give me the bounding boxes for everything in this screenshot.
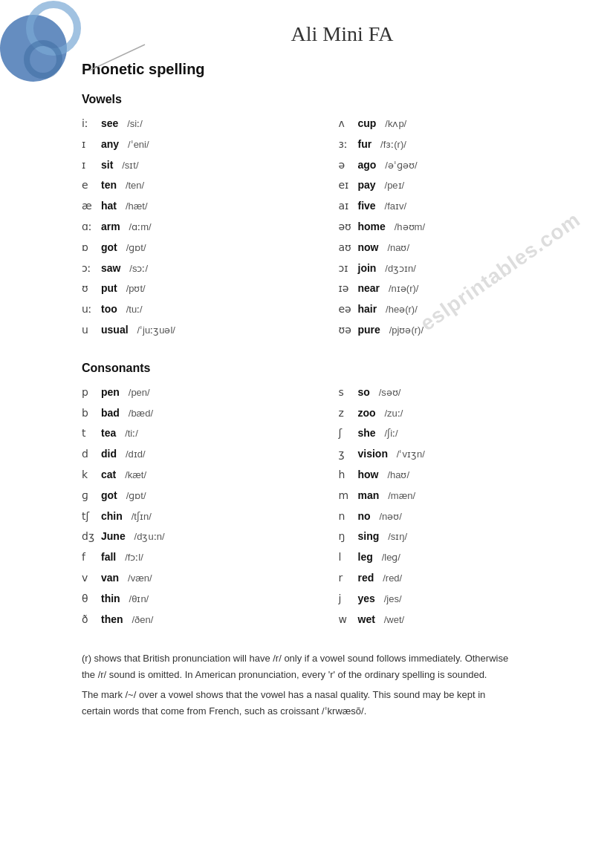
phonetic-row: ʌcup /kʌp/: [339, 115, 566, 133]
phonetic-word: tea: [101, 425, 116, 443]
phonetic-symbol: ɔː: [82, 260, 98, 278]
phonetic-transcription: /ðen/: [132, 612, 153, 628]
phonetic-symbol: eɪ: [339, 177, 355, 195]
phonetic-row: eəhair /heə(r)/: [339, 301, 566, 319]
phonetic-transcription: /səʊ/: [379, 385, 401, 401]
phonetic-word: man: [358, 487, 380, 505]
phonetic-transcription: /fɜː(r)/: [380, 137, 406, 153]
phonetic-symbol: ɪ: [82, 136, 98, 154]
phonetic-row: ppen /pen/: [82, 384, 309, 402]
phonetic-transcription: /sɪt/: [122, 157, 138, 174]
phonetic-transcription: /ten/: [126, 177, 144, 194]
phonetic-symbol: l: [339, 549, 355, 567]
phonetic-symbol: u: [82, 322, 98, 339]
phonetic-transcription: /kʌp/: [385, 116, 406, 132]
phonetic-row: ŋsing /sɪŋ/: [339, 528, 566, 546]
phonetic-transcription: /pen/: [129, 385, 150, 401]
phonetic-word: June: [101, 528, 126, 546]
phonetic-row: ɪənear /nɪə(r)/: [339, 280, 566, 298]
phonetic-transcription: /əˈɡəʊ/: [385, 157, 417, 174]
phonetic-word: pure: [358, 322, 380, 339]
phonetic-row: ðthen /ðen/: [82, 611, 309, 629]
phonetic-transcription: /hæt/: [126, 198, 148, 215]
page-title: Phonetic spelling: [82, 61, 565, 78]
phonetic-word: join: [358, 260, 377, 278]
phonetic-symbol: e: [82, 177, 98, 195]
phonetic-word: fur: [358, 136, 372, 154]
phonetic-word: chin: [101, 508, 123, 526]
phonetic-word: leg: [358, 549, 373, 567]
phonetic-row: dʒJune /dʒuːn/: [82, 528, 309, 546]
phonetic-transcription: /tuː/: [126, 301, 143, 318]
phonetic-row: hhow /haʊ/: [339, 466, 566, 484]
phonetic-row: θthin /θɪn/: [82, 590, 309, 608]
phonetic-symbol: θ: [82, 590, 98, 608]
phonetic-symbol: uː: [82, 301, 98, 319]
phonetic-word: ten: [101, 177, 117, 195]
phonetic-word: put: [101, 280, 117, 298]
phonetic-transcription: /siː/: [127, 116, 143, 132]
phonetic-word: fall: [101, 549, 116, 567]
phonetic-symbol: ʌ: [339, 115, 355, 133]
phonetic-word: usual: [101, 322, 129, 339]
vowels-grid: iːsee /siː/ʌcup /kʌp/ɪany /ˈeni/ɜːfur /f…: [82, 115, 565, 339]
phonetic-symbol: f: [82, 549, 98, 567]
phonetic-word: bad: [101, 405, 120, 422]
phonetic-symbol: ɡ: [82, 487, 98, 505]
phonetic-row: ʒvision /ˈvɪʒn/: [339, 446, 566, 463]
phonetic-symbol: s: [339, 384, 355, 402]
phonetic-symbol: əʊ: [339, 218, 355, 236]
phonetic-word: hair: [358, 301, 377, 319]
phonetic-symbol: eə: [339, 301, 355, 319]
phonetic-symbol: j: [339, 590, 355, 608]
phonetic-row: eten /ten/: [82, 177, 309, 195]
consonants-section: Consonants ppen /pen/sso /səʊ/bbad /bæd/…: [82, 362, 565, 629]
phonetic-word: van: [101, 570, 119, 587]
phonetic-symbol: h: [339, 466, 355, 484]
phonetic-transcription: /dʒɔɪn/: [385, 261, 416, 277]
phonetic-transcription: /sɪŋ/: [388, 529, 407, 545]
phonetic-symbol: ɑː: [82, 218, 98, 236]
phonetic-row: ʃshe /ʃiː/: [339, 425, 566, 443]
phonetic-symbol: p: [82, 384, 98, 402]
phonetic-row: rred /red/: [339, 570, 566, 587]
phonetic-row: æhat /hæt/: [82, 198, 309, 215]
phonetic-row: ɜːfur /fɜː(r)/: [339, 136, 566, 154]
phonetic-row: zzoo /zuː/: [339, 405, 566, 422]
phonetic-row: tʃchin /tʃɪn/: [82, 508, 309, 526]
phonetic-word: wet: [358, 611, 375, 629]
phonetic-row: ʊput /pʊt/: [82, 280, 309, 298]
phonetic-symbol: ð: [82, 611, 98, 629]
phonetic-transcription: /peɪ/: [385, 177, 405, 194]
phonetic-transcription: /pʊt/: [126, 281, 146, 297]
phonetic-row: ɒgot /ɡɒt/: [82, 239, 309, 257]
phonetic-word: near: [358, 280, 380, 298]
phonetic-row: əago /əˈɡəʊ/: [339, 157, 566, 174]
phonetic-symbol: v: [82, 570, 98, 587]
phonetic-transcription: /ɑːm/: [129, 219, 152, 235]
phonetic-symbol: d: [82, 446, 98, 463]
phonetic-word: got: [101, 487, 117, 505]
consonants-grid: ppen /pen/sso /səʊ/bbad /bæd/zzoo /zuː/t…: [82, 384, 565, 629]
phonetic-word: thin: [101, 590, 120, 608]
phonetic-symbol: z: [339, 405, 355, 422]
phonetic-transcription: /væn/: [128, 570, 152, 587]
phonetic-row: ttea /tiː/: [82, 425, 309, 443]
phonetic-transcription: /red/: [383, 570, 402, 587]
phonetic-symbol: ʃ: [339, 425, 355, 443]
phonetic-transcription: /dɪd/: [126, 446, 146, 463]
phonetic-transcription: /ʃiː/: [385, 425, 398, 442]
phonetic-row: kcat /kæt/: [82, 466, 309, 484]
phonetic-word: arm: [101, 218, 120, 236]
phonetic-transcription: /naʊ/: [387, 240, 409, 256]
phonetic-symbol: ɪ: [82, 157, 98, 174]
phonetic-transcription: /həʊm/: [395, 219, 425, 235]
footnote-paragraph: (r) shows that British pronunciation wil…: [82, 650, 513, 682]
phonetic-row: əʊhome /həʊm/: [339, 218, 566, 236]
phonetic-symbol: aʊ: [339, 239, 355, 257]
phonetic-word: any: [101, 136, 119, 154]
phonetic-symbol: t: [82, 425, 98, 443]
phonetic-row: nno /nəʊ/: [339, 508, 566, 526]
phonetic-transcription: /heə(r)/: [386, 301, 418, 318]
phonetic-row: ɑːarm /ɑːm/: [82, 218, 309, 236]
